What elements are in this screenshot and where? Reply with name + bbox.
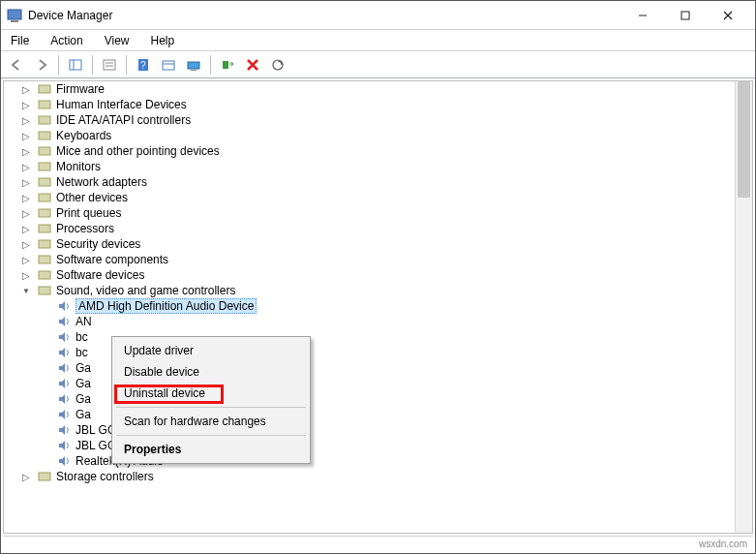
titlebar: Device Manager: [1, 1, 755, 30]
category-icon: [37, 112, 52, 128]
context-menu-separator: [116, 435, 306, 436]
tree-device-item[interactable]: AN: [4, 314, 735, 329]
svg-rect-21: [39, 85, 50, 93]
tree-category[interactable]: ▷Network adapters: [4, 174, 735, 190]
tree-category[interactable]: ▷IDE ATA/ATAPI controllers: [4, 112, 735, 128]
chevron-right-icon[interactable]: ▷: [19, 175, 33, 189]
svg-rect-16: [191, 70, 197, 71]
chevron-right-icon[interactable]: ▷: [19, 98, 33, 111]
tree-category-label: Firmware: [56, 82, 105, 96]
tree-category[interactable]: ▷Print queues: [4, 205, 735, 221]
help-button[interactable]: ?: [132, 54, 155, 76]
device-tree-panel: ▷Firmware▷Human Interface Devices▷IDE AT…: [3, 80, 753, 534]
tree-category-label: Human Interface Devices: [56, 98, 187, 111]
svg-rect-34: [39, 287, 50, 294]
chevron-right-icon[interactable]: ▷: [19, 191, 33, 204]
vertical-scrollbar[interactable]: [735, 81, 752, 533]
chevron-right-icon[interactable]: ▷: [19, 237, 33, 251]
chevron-down-icon[interactable]: ▼: [19, 284, 33, 297]
uninstall-device-button[interactable]: [241, 54, 264, 76]
chevron-right-icon[interactable]: ▷: [19, 253, 33, 266]
chevron-right-icon[interactable]: ▷: [19, 82, 33, 96]
svg-rect-6: [70, 60, 81, 70]
menu-file[interactable]: File: [7, 33, 33, 48]
category-icon: [37, 236, 52, 252]
svg-rect-27: [39, 178, 50, 186]
category-icon: [37, 469, 52, 484]
menu-help[interactable]: Help: [147, 33, 179, 48]
properties-button[interactable]: [98, 54, 121, 76]
chevron-right-icon[interactable]: ▷: [19, 144, 33, 158]
tree-category-label: Software components: [56, 253, 168, 266]
toolbar-separator: [58, 55, 59, 75]
tree-category[interactable]: ▷Security devices: [4, 236, 735, 252]
scrollbar-thumb[interactable]: [738, 81, 750, 198]
tree-category-label: Monitors: [56, 160, 101, 173]
back-button[interactable]: [5, 54, 28, 76]
tree-category[interactable]: ▷Keyboards: [4, 128, 735, 143]
tree-category[interactable]: ▷Human Interface Devices: [4, 97, 735, 112]
enable-device-button[interactable]: [216, 54, 239, 76]
chevron-right-icon[interactable]: ▷: [19, 222, 33, 235]
category-icon: [37, 190, 52, 205]
speaker-icon: [56, 422, 72, 438]
forward-button[interactable]: [30, 54, 53, 76]
tree-category[interactable]: ▷Firmware: [4, 81, 735, 97]
context-scan-hardware[interactable]: Scan for hardware changes: [114, 411, 308, 432]
context-uninstall-device[interactable]: Uninstall device: [114, 383, 308, 404]
chevron-right-icon[interactable]: ▷: [19, 129, 33, 142]
tree-category[interactable]: ▼Sound, video and game controllers: [4, 283, 735, 298]
speaker-icon: [56, 407, 72, 422]
category-icon: [37, 221, 52, 236]
context-update-driver[interactable]: Update driver: [114, 340, 308, 361]
tree-category-label: Network adapters: [56, 175, 147, 189]
tree-category[interactable]: ▷Other devices: [4, 190, 735, 205]
statusbar: wsxdn.com: [3, 536, 753, 551]
tree-category[interactable]: ▷Software components: [4, 252, 735, 267]
tree-category[interactable]: ▷Monitors: [4, 159, 735, 174]
context-disable-device[interactable]: Disable device: [114, 361, 308, 383]
update-driver-button[interactable]: [182, 54, 205, 76]
category-icon: [37, 174, 52, 190]
tree-category-label: Security devices: [56, 237, 140, 251]
menu-action[interactable]: Action: [46, 33, 86, 48]
svg-rect-28: [39, 194, 50, 201]
speaker-icon: [56, 298, 72, 314]
speaker-icon: [56, 314, 72, 329]
svg-rect-24: [39, 132, 50, 139]
chevron-right-icon[interactable]: ▷: [19, 113, 33, 127]
svg-rect-32: [39, 256, 50, 263]
context-properties[interactable]: Properties: [114, 439, 308, 460]
tree-category-label: Print queues: [56, 206, 121, 220]
speaker-icon: [56, 391, 72, 407]
tree-device-item[interactable]: AMD High Definition Audio Device: [4, 298, 735, 314]
device-tree[interactable]: ▷Firmware▷Human Interface Devices▷IDE AT…: [4, 81, 735, 533]
chevron-right-icon[interactable]: ▷: [19, 470, 33, 483]
minimize-button[interactable]: [621, 1, 664, 30]
tree-category[interactable]: ▷Storage controllers: [4, 469, 735, 484]
tree-category-label: Keyboards: [56, 129, 111, 142]
show-hide-tree-button[interactable]: [64, 54, 87, 76]
scan-hardware-button[interactable]: [266, 54, 289, 76]
menu-view[interactable]: View: [101, 33, 134, 48]
category-icon: [37, 283, 52, 298]
tree-device-label: AN: [76, 315, 92, 328]
speaker-icon: [56, 453, 72, 469]
speaker-icon: [56, 345, 72, 360]
tree-device-label: bc: [76, 330, 88, 344]
chevron-right-icon[interactable]: ▷: [19, 206, 33, 220]
tree-category-label: Storage controllers: [56, 470, 154, 483]
chevron-right-icon[interactable]: ▷: [19, 160, 33, 173]
watermark-text: wsxdn.com: [699, 539, 747, 549]
chevron-right-icon[interactable]: ▷: [19, 268, 33, 282]
svg-rect-23: [39, 116, 50, 124]
tree-category[interactable]: ▷Mice and other pointing devices: [4, 143, 735, 159]
close-button[interactable]: [707, 1, 749, 30]
context-menu-separator: [116, 407, 306, 408]
svg-rect-26: [39, 163, 50, 170]
calendar-button[interactable]: [157, 54, 180, 76]
tree-category[interactable]: ▷Software devices: [4, 267, 735, 283]
tree-category[interactable]: ▷Processors: [4, 221, 735, 236]
tree-device-label: Ga: [76, 361, 91, 375]
maximize-button[interactable]: [664, 1, 707, 30]
